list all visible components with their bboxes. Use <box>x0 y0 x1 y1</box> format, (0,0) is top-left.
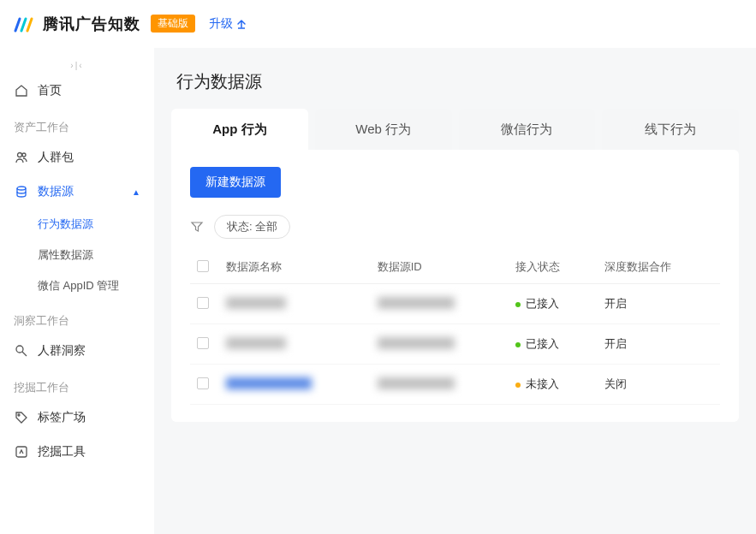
sidebar-item-label: 数据源 <box>38 184 74 199</box>
sidebar-item-audience[interactable]: 人群包 <box>0 140 154 175</box>
users-icon <box>14 150 29 165</box>
sidebar-collapse-toggle[interactable]: ›|‹ <box>0 56 154 74</box>
upgrade-icon <box>236 19 247 29</box>
sidebar-item-label: 标签广场 <box>38 410 86 425</box>
sidebar-sub-attribute-ds[interactable]: 属性数据源 <box>0 240 154 270</box>
tab-offline-behavior[interactable]: 线下行为 <box>602 109 739 150</box>
sidebar-item-crowd-insight[interactable]: 人群洞察 <box>0 334 154 368</box>
datasource-name <box>226 377 312 389</box>
sidebar-item-label: 挖掘工具 <box>38 444 86 460</box>
svg-point-3 <box>17 187 26 190</box>
main-content: 行为数据源 App 行为 Web 行为 微信行为 线下行为 新建数据源 状态: … <box>154 48 756 534</box>
deep-cooperation: 开启 <box>598 284 720 324</box>
status-filter-chip[interactable]: 状态: 全部 <box>214 215 290 239</box>
insight-icon <box>14 343 29 359</box>
sidebar-sub-wxappid[interactable]: 微信 AppID 管理 <box>0 270 154 301</box>
home-icon <box>14 83 29 98</box>
datasource-table: 数据源名称 数据源ID 接入状态 深度数据合作 已接入开启已接入开启未接入关闭 <box>190 251 720 405</box>
panel: 新建数据源 状态: 全部 数据源名称 数据源ID 接入状态 深度数据合作 已接入… <box>171 150 739 422</box>
sidebar-section-insight: 洞察工作台 <box>0 301 154 334</box>
sidebar-sub-behavior-ds[interactable]: 行为数据源 <box>0 209 154 240</box>
access-status: 已接入 <box>509 324 598 365</box>
filter-icon[interactable] <box>190 220 204 234</box>
new-datasource-button[interactable]: 新建数据源 <box>190 167 281 198</box>
sidebar-item-datasource[interactable]: 数据源 ▲ <box>0 175 154 209</box>
col-status: 接入状态 <box>509 251 598 284</box>
deep-cooperation: 关闭 <box>598 365 720 405</box>
sidebar-section-mining: 挖掘工作台 <box>0 368 154 400</box>
database-icon <box>14 184 29 199</box>
table-row: 已接入开启 <box>190 324 720 365</box>
sidebar-item-label: 人群包 <box>38 150 74 165</box>
datasource-name <box>226 337 286 349</box>
datasource-name <box>226 297 286 309</box>
tab-app-behavior[interactable]: App 行为 <box>171 109 308 150</box>
sidebar-item-tag-square[interactable]: 标签广场 <box>0 400 154 435</box>
datasource-id <box>378 337 455 349</box>
row-checkbox[interactable] <box>197 297 209 309</box>
datasource-id <box>378 297 455 309</box>
page-title: 行为数据源 <box>176 70 739 93</box>
access-status: 未接入 <box>509 365 598 405</box>
row-checkbox[interactable] <box>197 337 209 349</box>
row-checkbox[interactable] <box>197 377 209 389</box>
col-name: 数据源名称 <box>219 251 371 284</box>
logo-icon <box>14 14 34 34</box>
access-status: 已接入 <box>509 284 598 324</box>
sidebar-item-home[interactable]: 首页 <box>0 74 154 108</box>
select-all-checkbox[interactable] <box>197 260 209 272</box>
svg-rect-6 <box>16 447 27 457</box>
app-header: 腾讯广告知数 基础版 升级 <box>0 0 756 48</box>
datasource-id <box>378 377 455 389</box>
tool-icon <box>14 444 29 460</box>
upgrade-link[interactable]: 升级 <box>209 16 247 32</box>
col-deep: 深度数据合作 <box>598 251 720 284</box>
tabs: App 行为 Web 行为 微信行为 线下行为 <box>171 109 739 150</box>
filter-bar: 状态: 全部 <box>190 215 720 239</box>
sidebar-item-label: 人群洞察 <box>38 343 86 359</box>
table-row: 未接入关闭 <box>190 365 720 405</box>
deep-cooperation: 开启 <box>598 324 720 365</box>
sidebar-item-label: 首页 <box>38 83 62 98</box>
chevron-up-icon: ▲ <box>132 187 140 197</box>
sidebar: ›|‹ 首页 资产工作台 人群包 数据源 ▲ 行为数据源 属性数据源 微信 Ap… <box>0 48 154 534</box>
svg-point-5 <box>18 414 20 416</box>
app-name: 腾讯广告知数 <box>43 14 140 34</box>
col-id: 数据源ID <box>371 251 509 284</box>
tag-icon <box>14 410 29 425</box>
edition-badge: 基础版 <box>151 15 195 33</box>
svg-point-1 <box>18 153 22 157</box>
sidebar-section-asset: 资产工作台 <box>0 108 154 140</box>
svg-point-2 <box>22 153 26 157</box>
tab-web-behavior[interactable]: Web 行为 <box>315 109 452 150</box>
sidebar-item-mining-tool[interactable]: 挖掘工具 <box>0 435 154 469</box>
table-row: 已接入开启 <box>190 284 720 324</box>
tab-wechat-behavior[interactable]: 微信行为 <box>459 109 596 150</box>
svg-point-4 <box>16 346 23 353</box>
